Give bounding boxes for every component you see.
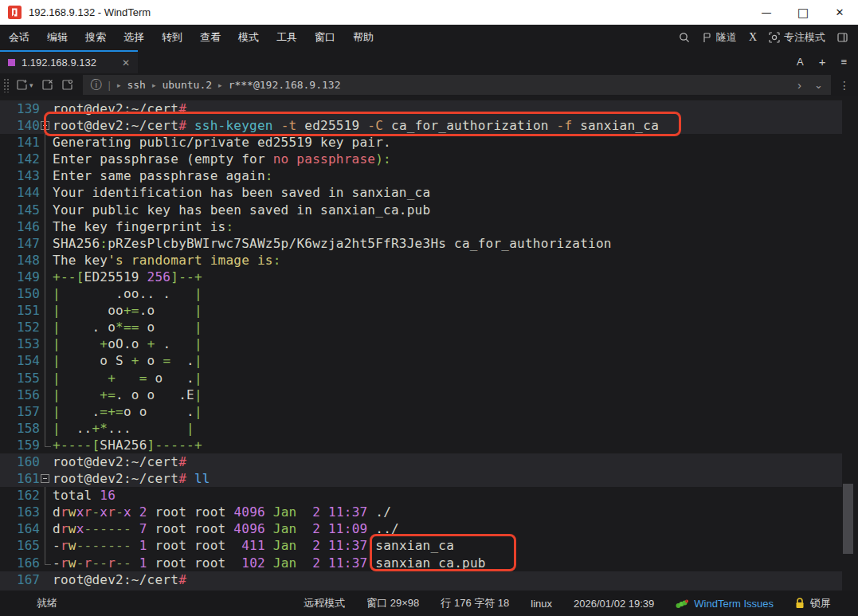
- reopen-session-button[interactable]: [57, 79, 77, 91]
- minimize-button[interactable]: —: [748, 0, 785, 25]
- status-window-size[interactable]: 窗口 29×98: [366, 596, 419, 610]
- close-session-button[interactable]: [37, 79, 57, 91]
- terminal-text: | oo+=.o |: [53, 302, 202, 319]
- terminal-line: 162total 16: [0, 487, 842, 504]
- line-number: 146: [0, 218, 40, 235]
- terminal-text: | o S + o = .|: [53, 352, 202, 369]
- menu-help[interactable]: 帮助: [344, 25, 382, 50]
- menu-view[interactable]: 查看: [191, 25, 229, 50]
- line-number: 160: [0, 453, 40, 470]
- fold-column: [40, 167, 53, 184]
- session-color-icon: [8, 59, 15, 66]
- menu-session[interactable]: 会话: [0, 25, 38, 50]
- terminal-text: root@dev2:~/cert#: [53, 571, 186, 588]
- terminal-text: +--[ED25519 256]--+: [53, 269, 202, 285]
- scrollbar-thumb[interactable]: [843, 484, 853, 554]
- line-number: 168: [0, 588, 40, 590]
- tunnel-toggle[interactable]: 隧道: [702, 30, 737, 45]
- run-chevron-icon[interactable]: ›: [797, 78, 801, 92]
- new-session-button[interactable]: ▾: [12, 79, 37, 91]
- terminal-line: 154| o S + o = .|: [0, 352, 842, 369]
- line-number: 145: [0, 202, 40, 218]
- line-number: 151: [0, 302, 40, 319]
- address-dropdown-icon[interactable]: ⌄: [814, 79, 823, 91]
- status-mode[interactable]: 远程模式: [304, 596, 345, 610]
- status-issues-label: WindTerm Issues: [694, 598, 774, 610]
- line-number: 156: [0, 386, 40, 403]
- menu-search[interactable]: 搜索: [76, 25, 115, 50]
- layout-panel-button[interactable]: [837, 33, 848, 42]
- window-title: 192.168.9.132 - WindTerm: [29, 6, 151, 18]
- focus-mode-toggle[interactable]: 专注模式: [769, 30, 825, 45]
- fold-column: [40, 537, 53, 554]
- menu-select[interactable]: 选择: [115, 25, 153, 50]
- fold-column: [40, 504, 53, 520]
- close-button[interactable]: ✕: [821, 0, 858, 25]
- reopen-session-icon: [61, 79, 73, 91]
- breadcrumb-arrow-icon: ▸: [152, 81, 156, 89]
- terminal-line: 167root@dev2:~/cert#: [0, 571, 842, 588]
- fold-column: [40, 555, 53, 571]
- fold-column: [40, 302, 53, 319]
- terminal-text: | + = o .|: [53, 370, 202, 386]
- terminal-text: | .=+=o o .|: [53, 403, 202, 420]
- menu-tools[interactable]: 工具: [268, 25, 306, 50]
- tab-session-1[interactable]: 1.192.168.9.132 ✕: [0, 50, 138, 73]
- maximize-button[interactable]: □: [785, 0, 821, 25]
- menu-goto[interactable]: 转到: [153, 25, 191, 50]
- address-divider: |: [108, 79, 111, 91]
- line-number: 147: [0, 235, 40, 252]
- terminal-line: 144Your identification has been saved in…: [0, 184, 842, 201]
- terminal-line: 160root@dev2:~/cert#: [0, 453, 842, 470]
- terminal-view[interactable]: 139root@dev2:~/cert#140root@dev2:~/cert#…: [0, 96, 858, 590]
- breadcrumb-group[interactable]: ubuntu.2: [162, 79, 212, 91]
- line-number: 144: [0, 184, 40, 201]
- status-bar: 就绪 远程模式 窗口 29×98 行 176 字符 18 linux 2026/…: [0, 590, 858, 616]
- status-cursor-position[interactable]: 行 176 字符 18: [441, 596, 509, 610]
- drag-handle[interactable]: [3, 78, 9, 92]
- info-icon[interactable]: ⓘ: [91, 78, 102, 92]
- font-size-button[interactable]: A: [797, 56, 804, 68]
- breadcrumb-arrow-icon: ▸: [117, 81, 121, 89]
- search-icon[interactable]: [679, 32, 690, 43]
- tab-close-icon[interactable]: ✕: [122, 57, 130, 69]
- address-bar[interactable]: ⓘ | ▸ ssh ▸ ubuntu.2 ▸ r***@192.168.9.13…: [83, 75, 831, 95]
- terminal-text: | +=. o o .E|: [53, 386, 202, 403]
- status-issues-link[interactable]: WindTerm Issues: [676, 598, 774, 610]
- status-lock-button[interactable]: 锁屏: [795, 596, 831, 610]
- line-number: 166: [0, 555, 40, 571]
- line-number: 165: [0, 537, 40, 554]
- fold-marker-icon[interactable]: [41, 474, 49, 483]
- terminal-line: 143Enter same passphrase again:: [0, 167, 842, 184]
- fold-column: [40, 184, 53, 201]
- line-number: 158: [0, 420, 40, 437]
- status-os[interactable]: linux: [531, 598, 552, 610]
- title-bar: 192.168.9.132 - WindTerm — □ ✕: [0, 0, 858, 25]
- chevron-down-icon: ▾: [29, 81, 33, 89]
- more-options-icon[interactable]: ⋮: [831, 79, 858, 92]
- focus-mode-icon: [769, 32, 780, 43]
- line-number: 163: [0, 504, 40, 520]
- terminal-line: 158| ..+*... |: [0, 420, 842, 437]
- fold-column: [40, 269, 53, 285]
- breadcrumb-protocol[interactable]: ssh: [127, 79, 145, 91]
- menu-window[interactable]: 窗口: [306, 25, 344, 50]
- menu-edit[interactable]: 编辑: [38, 25, 76, 50]
- terminal-lines: 139root@dev2:~/cert#140root@dev2:~/cert#…: [0, 100, 858, 590]
- fold-column[interactable]: [40, 470, 53, 487]
- terminal-text: | . o*== o |: [53, 319, 202, 335]
- terminal-line: 145Your public key has been saved in san…: [0, 202, 842, 218]
- menu-mode[interactable]: 模式: [229, 25, 268, 50]
- x-server-button[interactable]: X: [749, 31, 757, 44]
- new-tab-button[interactable]: +: [819, 55, 826, 69]
- terminal-text: Your public key has been saved in sanxia…: [53, 202, 430, 218]
- breadcrumb-host[interactable]: r***@192.168.9.132: [229, 79, 341, 91]
- tab-list-button[interactable]: ≡: [840, 56, 847, 68]
- line-number: 157: [0, 403, 40, 420]
- fold-column: [40, 571, 53, 588]
- terminal-line: 163drwxr-xr-x 2 root root 4096 Jan 2 11:…: [0, 504, 842, 520]
- fold-column: [40, 420, 53, 437]
- terminal-line: 159+----[SHA256]-----+: [0, 437, 842, 453]
- terminal-line: 157| .=+=o o .|: [0, 403, 842, 420]
- line-number: 153: [0, 335, 40, 352]
